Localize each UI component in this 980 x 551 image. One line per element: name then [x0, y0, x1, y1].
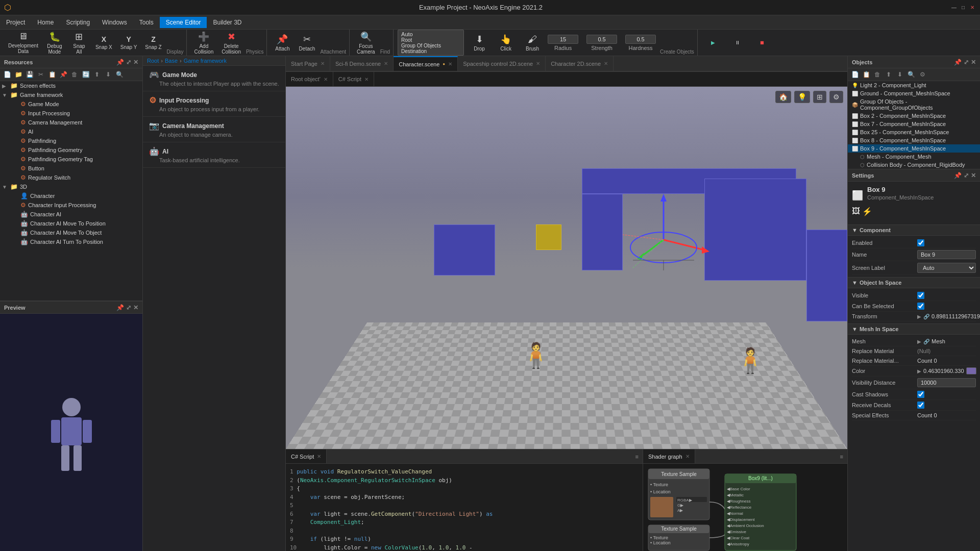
obj-new-btn[interactable]: 📄 [850, 69, 860, 80]
settings-icon-1[interactable]: 🖼 [852, 207, 860, 216]
pause-button[interactable]: ⏸ [726, 39, 749, 46]
tab-spaceship-close[interactable]: ✕ [536, 61, 540, 66]
delete-collision-button[interactable]: ✖ DeleteCollision [218, 30, 244, 56]
visible-checkbox[interactable] [917, 292, 924, 299]
color-picker[interactable] [966, 367, 976, 374]
transform-gizmo[interactable] [612, 189, 715, 291]
name-input[interactable] [917, 250, 976, 259]
transform-link[interactable]: 🔗 [923, 314, 929, 319]
scene-viewport[interactable]: 🧍 🧍 [286, 87, 847, 449]
tab-scifi-close[interactable]: ✕ [384, 61, 388, 66]
info-game-mode[interactable]: 🎮 Game Mode The object to interact Playe… [143, 66, 285, 91]
obj-box9[interactable]: ⬜ Box 9 - Component_MeshInSpace [848, 144, 980, 153]
mesh-expand[interactable]: ▶ [917, 339, 921, 344]
tree-item-game-mode[interactable]: ⚙ Game Mode [0, 99, 142, 109]
play-button[interactable]: ▶ [702, 39, 724, 46]
tree-item-input-processing[interactable]: ⚙ Input Processing [0, 109, 142, 118]
maximize-button[interactable]: □ [960, 4, 967, 11]
tree-item-button[interactable]: ⚙ Button [0, 164, 142, 173]
dev-data-button[interactable]: 🖥 DevelopmentData [5, 30, 41, 55]
obj-box25[interactable]: ⬜ Box 25 - Component_MeshInSpace [848, 128, 980, 136]
visibility-distance-input[interactable] [917, 378, 976, 387]
brush-button[interactable]: 🖌 Brush [521, 33, 544, 53]
tab-character-2d[interactable]: Character 2D.scene ✕ [546, 56, 614, 71]
tab-shader-graph[interactable]: Shader graph ✕ [643, 449, 695, 463]
menu-home[interactable]: Home [31, 17, 60, 28]
menu-scripting[interactable]: Scripting [60, 17, 96, 28]
tab-csharp-bottom[interactable]: C# Script ✕ [286, 449, 327, 463]
click-button[interactable]: 👆 Click [495, 33, 517, 53]
minimize-button[interactable]: — [950, 4, 958, 11]
add-collision-button[interactable]: ➕ AddCollision [191, 30, 216, 56]
viewport-btn-4[interactable]: ⚙ [829, 91, 843, 103]
tree-item-regulator-switch[interactable]: ⚙ Regulator Switch [0, 173, 142, 182]
menu-project[interactable]: Project [0, 17, 31, 28]
tree-item-char-input[interactable]: ⚙ Character Input Processing [0, 201, 142, 210]
focus-camera-button[interactable]: 🔍 FocusCamera [354, 30, 378, 56]
tree-item-ai[interactable]: ⚙ AI [0, 127, 142, 136]
tree-item-char-ai-move-obj[interactable]: 🤖 Character AI Move To Object [0, 228, 142, 237]
radius-input[interactable]: 15 [548, 35, 578, 44]
shader-canvas[interactable]: Texture Sample • Texture • Location RGBA… [643, 464, 847, 551]
snap-z-button[interactable]: Z Snap Z [142, 34, 164, 51]
section-component[interactable]: ▼ Component [848, 224, 980, 236]
tree-item-pathfinding-geometry[interactable]: ⚙ Pathfinding Geometry [0, 145, 142, 155]
res-paste-btn[interactable]: 📌 [58, 69, 68, 80]
res-cut-btn[interactable]: ✂ [36, 69, 46, 80]
obj-box7[interactable]: ⬜ Box 7 - Component_MeshInSpace [848, 120, 980, 128]
info-input-processing[interactable]: ⚙ Input Processing An object to process … [143, 91, 285, 117]
res-search-btn[interactable]: 🔍 [114, 69, 125, 80]
tab-csharp-bottom-close[interactable]: ✕ [317, 454, 321, 459]
obj-box8[interactable]: ⬜ Box 8 - Component_MeshInSpace [848, 136, 980, 144]
tree-item-pathfinding-geometry-tag[interactable]: ⚙ Pathfinding Geometry Tag [0, 155, 142, 164]
tab-shader-close[interactable]: ✕ [685, 454, 690, 459]
viewport-btn-3[interactable]: ⊞ [813, 91, 826, 103]
tab-start-page-close[interactable]: ✕ [321, 61, 325, 66]
settings-pin-icon[interactable]: 📌 [954, 172, 962, 179]
info-camera-mgmt[interactable]: 📷 Camera Management An object to manage … [143, 117, 285, 142]
preview-close-icon[interactable]: ✕ [133, 304, 138, 311]
res-up-btn[interactable]: ⬆ [92, 69, 102, 80]
viewport-btn-2[interactable]: 💡 [794, 91, 810, 103]
menu-tools[interactable]: Tools [133, 17, 160, 28]
obj-box2[interactable]: ⬜ Box 2 - Component_MeshInSpace [848, 112, 980, 120]
obj-ground[interactable]: ⬜ Ground - Component_MeshInSpace [848, 89, 980, 97]
tab-character-close[interactable]: ✕ [448, 61, 452, 67]
enabled-checkbox[interactable] [917, 239, 924, 246]
res-refresh-btn[interactable]: 🔄 [81, 69, 91, 80]
obj-light2[interactable]: 💡 Light 2 - Component_Light [848, 81, 980, 89]
tab-spaceship[interactable]: Spaceship control 2D.scene ✕ [458, 56, 546, 71]
color-expand[interactable]: ▶ [917, 368, 921, 374]
menu-scene-editor[interactable]: Scene Editor [160, 17, 207, 28]
tree-item-char-ai-move-pos[interactable]: 🤖 Character AI Move To Position [0, 219, 142, 228]
attach-button[interactable]: 📌 Attach [271, 33, 293, 53]
snap-y-button[interactable]: Y Snap Y [117, 34, 140, 51]
strength-input[interactable]: 0.5 [586, 35, 617, 44]
tab-character-2d-close[interactable]: ✕ [604, 61, 608, 66]
snap-x-button[interactable]: X Snap X [92, 34, 115, 51]
settings-icon-2[interactable]: ⚡ [862, 207, 872, 216]
menu-windows[interactable]: Windows [96, 17, 133, 28]
tree-item-character[interactable]: 👤 Character [0, 191, 142, 201]
menu-builder-3d[interactable]: Builder 3D [207, 17, 248, 28]
breadcrumb-base[interactable]: Base [165, 58, 178, 64]
tab-root-close[interactable]: ✕ [324, 77, 328, 82]
screen-label-dropdown[interactable]: Auto [917, 263, 976, 273]
info-ai[interactable]: 🤖 AI Task-based artificial intelligence. [143, 142, 285, 168]
tab-character-scene[interactable]: Character.scene ● ✕ [394, 56, 458, 71]
obj-up-btn[interactable]: ⬆ [884, 69, 894, 80]
tree-item-game-framework[interactable]: ▼ 📁 Game framework [0, 90, 142, 99]
tree-item-char-ai[interactable]: 🤖 Character AI [0, 210, 142, 219]
obj-group[interactable]: 📦 Group Of Objects - Component_GroupOfOb… [848, 97, 980, 112]
settings-close-icon[interactable]: ✕ [971, 172, 976, 179]
drop-button[interactable]: ⬇ Drop [468, 33, 491, 53]
can-be-selected-checkbox[interactable] [917, 303, 924, 310]
res-delete-btn[interactable]: 🗑 [69, 69, 80, 80]
obj-down-btn[interactable]: ⬇ [895, 69, 905, 80]
tab-root-object[interactable]: Root object' ✕ [286, 72, 333, 86]
create-mode-dropdown[interactable]: Auto Root Group Of Objects Destination [398, 30, 464, 56]
detach-button[interactable]: ✂ Detach [296, 33, 318, 53]
window-controls[interactable]: — □ ✕ [950, 4, 976, 11]
res-down-btn[interactable]: ⬇ [103, 69, 113, 80]
res-save-btn[interactable]: 💾 [24, 69, 35, 80]
